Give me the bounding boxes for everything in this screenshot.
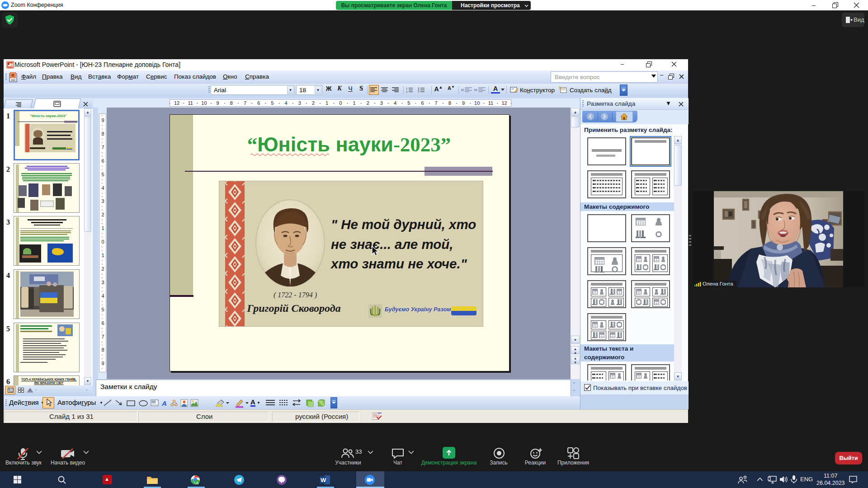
svg-text:A: A	[196, 481, 198, 485]
svg-text:A: A	[161, 399, 167, 407]
svg-text:2: 2	[406, 90, 408, 93]
svg-text:W: W	[321, 477, 326, 483]
svg-text:1: 1	[406, 87, 408, 90]
